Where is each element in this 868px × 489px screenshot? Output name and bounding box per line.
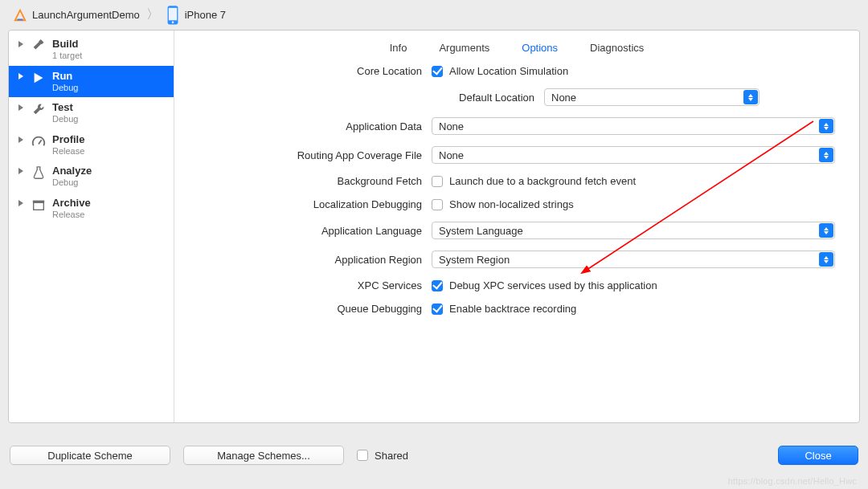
application-region-popup[interactable]: System Region (432, 251, 835, 268)
debug-xpc-label: Debug XPC services used by this applicat… (449, 279, 657, 291)
sidebar-item-subtitle: 1 target (52, 51, 82, 61)
close-button[interactable]: Close (778, 446, 858, 465)
application-region-label: Application Region (182, 254, 432, 266)
disclosure-triangle-icon[interactable] (17, 104, 25, 112)
popup-caret-icon (819, 223, 833, 238)
disclosure-triangle-icon[interactable] (17, 72, 25, 80)
background-fetch-label: Background Fetch (182, 175, 432, 187)
hammer-icon (31, 39, 46, 53)
sidebar-item-profile[interactable]: Profile Release (9, 129, 174, 161)
tab-info[interactable]: Info (390, 42, 407, 54)
options-content: Info Arguments Options Diagnostics Core … (174, 31, 859, 422)
watermark-text: https://blog.csdn.net/Hello_Hwc (728, 476, 857, 486)
application-data-label: Application Data (182, 120, 432, 132)
debug-xpc-checkbox[interactable] (432, 280, 443, 291)
manage-schemes-label: Manage Schemes... (217, 450, 310, 462)
flask-icon (31, 165, 46, 180)
svg-point-2 (171, 21, 174, 23)
sidebar-item-title: Test (52, 102, 78, 114)
footer-bar: Duplicate Scheme Manage Schemes... Share… (0, 430, 868, 473)
sidebar-item-subtitle: Debug (52, 177, 92, 188)
sidebar-item-subtitle: Debug (52, 114, 78, 124)
svg-rect-1 (169, 8, 177, 20)
archive-box-icon (31, 198, 46, 212)
routing-file-popup[interactable]: None (432, 146, 835, 164)
application-data-value: None (439, 120, 464, 132)
xpc-services-label: XPC Services (182, 279, 432, 291)
manage-schemes-button[interactable]: Manage Schemes... (183, 446, 344, 465)
default-location-label: Default Location (182, 92, 544, 104)
sidebar-item-archive[interactable]: Archive Release (9, 193, 174, 225)
routing-file-value: None (439, 149, 464, 161)
scheme-editor-panel: Build 1 target Run Debug Test Debug (8, 30, 860, 423)
show-nonlocalized-label: Show non-localized strings (449, 198, 574, 210)
svg-line-7 (587, 121, 813, 270)
svg-rect-5 (34, 202, 44, 210)
svg-line-4 (39, 140, 42, 144)
application-language-label: Application Language (182, 225, 432, 237)
sidebar-item-build[interactable]: Build 1 target (9, 34, 174, 66)
breadcrumb-device[interactable]: iPhone 7 (185, 9, 226, 21)
tab-options[interactable]: Options (522, 42, 558, 54)
application-language-popup[interactable]: System Language (432, 222, 835, 239)
enable-backtrace-label: Enable backtrace recording (449, 303, 576, 315)
disclosure-triangle-icon[interactable] (17, 199, 25, 207)
default-location-popup[interactable]: None (544, 88, 760, 106)
core-location-label: Core Location (182, 65, 432, 77)
enable-backtrace-checkbox[interactable] (432, 304, 443, 315)
tab-diagnostics[interactable]: Diagnostics (590, 42, 644, 54)
sidebar-item-subtitle: Release (52, 210, 91, 220)
sidebar-item-subtitle: Release (52, 146, 84, 157)
close-button-label: Close (805, 450, 831, 462)
sidebar-item-title: Build (52, 39, 82, 51)
routing-file-label: Routing App Coverage File (182, 149, 432, 161)
breadcrumb: LaunchArgumentDemo 〉 iPhone 7 (0, 0, 868, 30)
popup-caret-icon (819, 252, 833, 267)
duplicate-scheme-label: Duplicate Scheme (47, 450, 133, 462)
disclosure-triangle-icon[interactable] (17, 40, 25, 48)
gauge-icon (31, 134, 46, 149)
background-fetch-checkbox[interactable] (432, 176, 443, 187)
sidebar-item-title: Analyze (52, 165, 92, 177)
sidebar-item-run[interactable]: Run Debug (9, 66, 174, 98)
background-fetch-check-label: Launch due to a background fetch event (449, 175, 636, 187)
default-location-value: None (551, 92, 576, 104)
play-icon (31, 71, 46, 85)
sidebar-item-title: Run (52, 71, 78, 83)
allow-location-simulation-checkbox[interactable] (432, 66, 443, 77)
duplicate-scheme-button[interactable]: Duplicate Scheme (10, 446, 170, 465)
tab-bar: Info Arguments Options Diagnostics (174, 31, 859, 65)
disclosure-triangle-icon[interactable] (17, 167, 25, 175)
wrench-icon (31, 102, 46, 116)
sidebar-item-test[interactable]: Test Debug (9, 97, 174, 129)
svg-rect-6 (33, 200, 44, 202)
tab-arguments[interactable]: Arguments (439, 42, 489, 54)
shared-checkbox[interactable] (357, 450, 368, 461)
breadcrumb-project[interactable]: LaunchArgumentDemo (32, 9, 140, 21)
show-nonlocalized-checkbox[interactable] (432, 199, 443, 210)
application-data-popup[interactable]: None (432, 117, 835, 135)
popup-caret-icon (819, 148, 833, 162)
queue-debugging-label: Queue Debugging (182, 303, 432, 315)
sidebar-item-subtitle: Debug (52, 83, 78, 93)
sidebar-item-title: Archive (52, 198, 91, 210)
popup-caret-icon (743, 90, 758, 104)
options-form: Core Location Allow Location Simulation … (174, 65, 859, 326)
scheme-sidebar: Build 1 target Run Debug Test Debug (9, 31, 174, 422)
iphone-device-icon (166, 8, 180, 22)
localization-debugging-label: Localization Debugging (182, 198, 432, 210)
annotation-arrow (572, 113, 829, 274)
shared-label: Shared (375, 450, 408, 462)
popup-caret-icon (819, 119, 833, 133)
disclosure-triangle-icon[interactable] (17, 136, 25, 144)
sidebar-item-title: Profile (52, 134, 84, 146)
application-region-value: System Region (439, 254, 510, 266)
breadcrumb-separator: 〉 (145, 6, 161, 23)
application-language-value: System Language (439, 225, 523, 237)
sidebar-item-analyze[interactable]: Analyze Debug (9, 161, 174, 193)
xcode-app-icon (13, 8, 27, 22)
allow-location-simulation-label: Allow Location Simulation (449, 65, 568, 77)
